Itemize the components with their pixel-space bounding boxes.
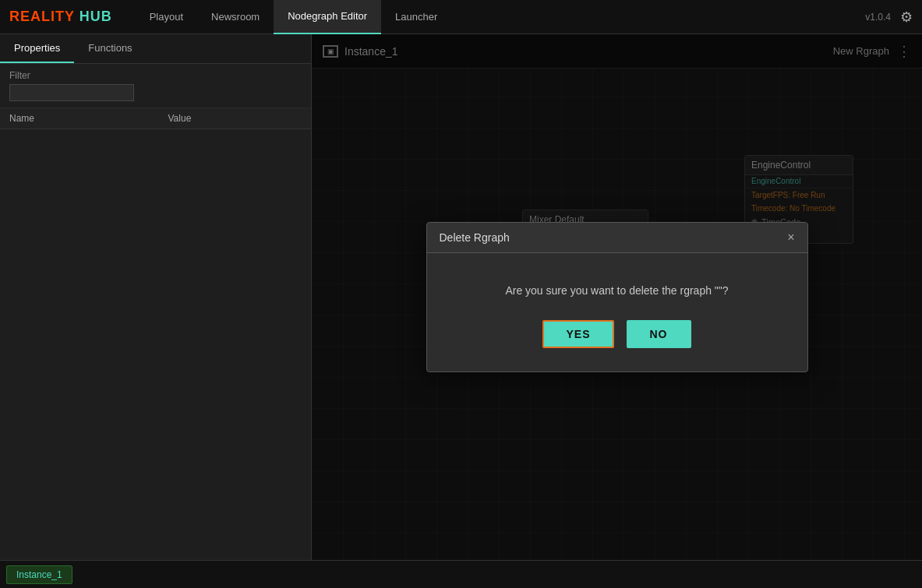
filter-row: Filter — [0, 64, 311, 108]
settings-icon[interactable]: ⚙ — [900, 9, 913, 26]
logo-reality: REALITY — [9, 9, 75, 24]
nav-item-playout[interactable]: Playout — [136, 0, 197, 34]
modal-message: Are you sure you want to delete the rgra… — [443, 284, 792, 297]
modal-header: Delete Rgraph × — [427, 223, 807, 253]
left-panel: Properties Functions Filter Name Value — [0, 34, 312, 560]
bottom-bar: Instance_1 — [0, 560, 922, 588]
nav-item-newsroom[interactable]: Newsroom — [197, 0, 274, 34]
app-logo: REALITY HUB — [9, 9, 112, 25]
confirm-yes-button[interactable]: YES — [542, 320, 613, 348]
col-value: Value — [159, 108, 312, 129]
top-navigation: REALITY HUB Playout Newsroom Nodegraph E… — [0, 0, 922, 34]
nav-item-launcher[interactable]: Launcher — [381, 0, 451, 34]
nav-item-nodegraph[interactable]: Nodegraph Editor — [274, 0, 381, 34]
modal-close-button[interactable]: × — [787, 231, 794, 245]
modal-title: Delete Rgraph — [440, 231, 510, 244]
nav-right: v1.0.4 ⚙ — [865, 9, 913, 26]
nav-items: Playout Newsroom Nodegraph Editor Launch… — [136, 0, 866, 34]
tab-properties[interactable]: Properties — [0, 34, 74, 63]
tab-functions[interactable]: Functions — [74, 34, 146, 63]
filter-label: Filter — [9, 70, 302, 81]
left-tabs: Properties Functions — [0, 34, 311, 64]
instance-badge[interactable]: Instance_1 — [6, 565, 72, 584]
col-name: Name — [0, 108, 159, 129]
main-layout: Properties Functions Filter Name Value ▣… — [0, 34, 922, 560]
modal-body: Are you sure you want to delete the rgra… — [427, 253, 807, 371]
right-canvas[interactable]: ▣ Instance_1 New Rgraph ⋮ Mixer Default … — [312, 34, 922, 560]
logo-hub: HUB — [79, 9, 112, 24]
properties-table: Name Value — [0, 108, 311, 129]
version-text: v1.0.4 — [865, 12, 891, 23]
filter-input[interactable] — [9, 84, 134, 101]
modal-buttons: YES NO — [443, 320, 792, 348]
delete-rgraph-modal: Delete Rgraph × Are you sure you want to… — [426, 222, 808, 372]
confirm-no-button[interactable]: NO — [627, 320, 691, 348]
modal-overlay: Delete Rgraph × Are you sure you want to… — [312, 34, 922, 560]
